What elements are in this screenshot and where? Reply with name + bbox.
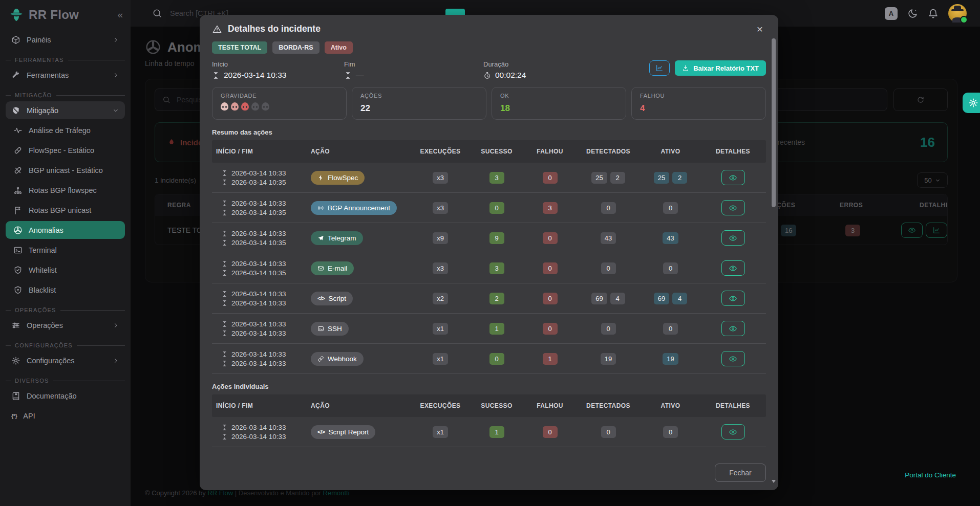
sucesso-chip: 3 <box>489 172 504 184</box>
column-header: FALHOU <box>524 148 576 155</box>
sucesso-chip: 0 <box>489 202 504 214</box>
shield-slash-icon <box>11 106 20 115</box>
start-time: 2026-03-14 10:33 <box>221 260 286 268</box>
pill-icon <box>13 146 23 155</box>
sidebar-item-ferramentas[interactable]: Ferramentas <box>6 66 125 84</box>
inicio-block: Início 2026-03-14 10:33 <box>212 60 344 80</box>
falhou-chip: 0 <box>543 426 558 438</box>
fechar-button[interactable]: Fechar <box>715 464 766 482</box>
column-header: SUCESSO <box>469 148 524 155</box>
view-chart-button[interactable] <box>649 60 670 76</box>
hourglass-icon <box>221 424 228 431</box>
details-eye-button[interactable] <box>721 230 745 246</box>
sucesso-chip: 9 <box>489 232 504 244</box>
scrollbar-down-arrow[interactable] <box>772 480 776 483</box>
sidebar-item-label: Whitelist <box>29 266 57 274</box>
details-eye-button[interactable] <box>721 321 745 336</box>
falhou-card: FALHOU 4 <box>631 87 766 120</box>
sidebar-item-bgp-unicast-estatico[interactable]: BGP unicast - Estático <box>6 161 125 179</box>
dark-mode-moon-icon[interactable] <box>907 8 918 19</box>
details-eye-button[interactable] <box>721 260 745 276</box>
sidebar-item-rotas-bgp-flowspec[interactable]: Rotas BGP flowspec <box>6 181 125 199</box>
search-icon[interactable] <box>152 8 162 18</box>
eye-icon <box>729 264 737 273</box>
details-eye-button[interactable] <box>721 424 745 439</box>
sidebar-item-operacoes[interactable]: Operações <box>6 316 125 334</box>
terminal-icon <box>317 325 324 332</box>
online-status-dot <box>960 16 968 24</box>
end-time: 2026-03-14 10:33 <box>221 360 286 367</box>
column-header: AÇÃO <box>307 148 412 155</box>
inicio-fim-cell: 2026-03-14 10:332026-03-14 10:33 <box>212 424 307 441</box>
sidebar-item-rotas-bgp-unicast[interactable]: Rotas BGP unicast <box>6 201 125 219</box>
sidebar-item-paineis[interactable]: Painéis <box>6 31 125 49</box>
translate-icon[interactable]: A <box>885 7 898 20</box>
detectados-chip: 25 <box>591 172 607 184</box>
download-report-button[interactable]: Baixar Relatório TXT <box>675 60 766 76</box>
inicio-fim-cell: 2026-03-14 10:332026-03-14 10:35 <box>212 169 307 186</box>
individuais-table: INÍCIO / FIMAÇÃOEXECUÇÕESSUCESSOFALHOUDE… <box>212 394 766 447</box>
portal-do-cliente-link[interactable]: Portal do Cliente <box>905 471 956 479</box>
sidebar-item-anomalias[interactable]: Anomalias <box>6 221 125 239</box>
sidebar-item-label: Ferramentas <box>27 71 69 79</box>
detectados-chip: 0 <box>601 202 616 214</box>
hourglass-icon <box>221 291 228 297</box>
sidebar-item-configuracoes[interactable]: Configurações <box>6 351 125 369</box>
sidebar-section-mitigacao: MITIGAÇÃO <box>6 92 125 98</box>
activity-icon <box>13 126 23 135</box>
ativo-chip: 0 <box>663 426 678 438</box>
severity-skull-icon <box>221 102 228 111</box>
sidebar-item-api[interactable]: {*}API <box>6 407 125 425</box>
sidebar-item-label: Rotas BGP unicast <box>29 206 91 214</box>
notifications-bell-icon[interactable] <box>928 8 939 19</box>
details-eye-button[interactable] <box>721 200 745 215</box>
sidebar-item-mitigacao[interactable]: Mitigação <box>6 101 125 119</box>
acoes-card: AÇÕES 22 <box>352 87 486 120</box>
severity-skull-icon <box>241 102 249 111</box>
details-eye-button[interactable] <box>721 351 745 366</box>
sidebar-section-configuracoes: CONFIGURAÇÕES <box>6 342 125 348</box>
ativo-chip: 4 <box>672 293 687 304</box>
sidebar-item-label: Terminal <box>29 246 57 254</box>
execucoes-chip: x1 <box>433 426 448 438</box>
execucoes-chip: x3 <box>433 172 448 184</box>
start-time: 2026-03-14 10:33 <box>221 230 286 237</box>
hourglass-icon <box>221 230 228 237</box>
sidebar-item-whitelist[interactable]: Whitelist <box>6 261 125 279</box>
close-icon[interactable]: × <box>754 23 766 35</box>
resumo-table: INÍCIO / FIMAÇÃOEXECUÇÕESSUCESSOFALHOUDE… <box>212 140 766 374</box>
pill-slash-icon <box>13 166 23 175</box>
sidebar-item-terminal[interactable]: Terminal <box>6 241 125 259</box>
floating-settings-button[interactable] <box>963 93 980 113</box>
details-eye-button[interactable] <box>721 291 745 306</box>
sidebar-item-blacklist[interactable]: Blacklist <box>6 281 125 299</box>
sidebar-item-analise-de-trafego[interactable]: Análise de Tráfego <box>6 121 125 139</box>
ativo-chip: 0 <box>663 202 678 214</box>
column-header: DETALHES <box>700 402 766 409</box>
brand-name: RR Flow <box>29 8 79 22</box>
ok-card: OK 18 <box>492 87 626 120</box>
column-header: FALHOU <box>524 402 576 409</box>
start-time: 2026-03-14 10:33 <box>221 290 286 298</box>
modal-scrollbar[interactable] <box>772 35 776 476</box>
sidebar-item-label: Blacklist <box>29 286 56 294</box>
braces-api-icon: {*} <box>11 413 17 419</box>
sidebar-collapse-button[interactable]: « <box>117 9 123 20</box>
eye-icon <box>729 428 737 436</box>
broadcast-icon <box>317 205 324 211</box>
execucoes-chip: x1 <box>433 353 448 365</box>
end-time: 2026-03-14 10:33 <box>221 299 286 307</box>
fim-value: — <box>356 71 364 80</box>
sitemap-icon <box>13 186 23 195</box>
falhou-chip: 0 <box>543 293 558 304</box>
details-eye-button[interactable] <box>721 170 745 185</box>
scrollbar-thumb[interactable] <box>772 38 776 207</box>
hourglass-icon <box>221 351 228 358</box>
column-header: DETALHES <box>700 148 766 155</box>
column-header: ATIVO <box>641 148 700 155</box>
sidebar-item-documentacao[interactable]: Documentação <box>6 387 125 405</box>
sidebar-item-flowspec-estatico[interactable]: FlowSpec - Estático <box>6 141 125 159</box>
severity-skulls <box>221 102 338 111</box>
user-avatar[interactable] <box>948 4 967 23</box>
execucoes-chip: x3 <box>433 262 448 274</box>
